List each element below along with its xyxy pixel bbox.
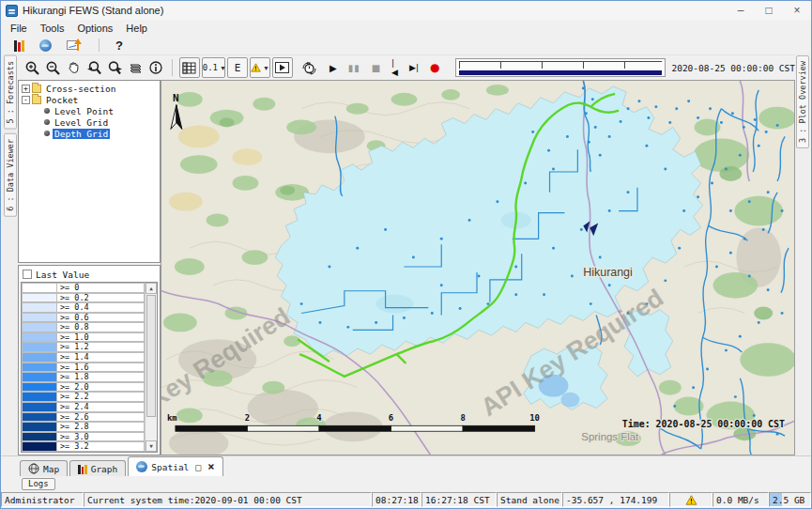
play-box-icon	[275, 62, 289, 73]
scroll-thumb[interactable]	[146, 295, 156, 417]
legend-row[interactable]: >= 1.8	[22, 372, 145, 382]
zoom-out-button[interactable]	[42, 57, 63, 78]
legend-row[interactable]: >= 2.8	[22, 422, 145, 432]
zoom-next-icon	[107, 60, 123, 76]
status-warning[interactable]	[669, 492, 712, 507]
legend-row[interactable]: >= 2.2	[22, 392, 145, 402]
zoom-in-button[interactable]	[22, 57, 42, 78]
legend-row[interactable]: >= 3.0	[22, 432, 145, 442]
step-back-button[interactable]: |◀	[391, 58, 398, 77]
tab-close-icon[interactable]: ×	[207, 460, 214, 473]
legend-row[interactable]: >= 3.2	[22, 441, 145, 452]
legend-threshold-label: >= 3.2	[57, 441, 145, 452]
logs-button[interactable]: Logs	[22, 478, 55, 490]
legend-row[interactable]: >= 0.2	[22, 293, 145, 303]
legend-row[interactable]: >= 2.4	[22, 402, 145, 412]
info-button[interactable]	[146, 57, 166, 78]
zoom-previous-button[interactable]	[84, 57, 104, 78]
tree-item[interactable]: - Pocket	[19, 94, 160, 105]
timeseries-button[interactable]	[59, 35, 89, 55]
menu-item[interactable]: File	[4, 22, 34, 35]
legend-scrollbar[interactable]: ▲ ▼	[145, 283, 157, 452]
scroll-down-icon[interactable]: ▼	[146, 440, 157, 452]
tree-item[interactable]: Depth Grid	[19, 128, 160, 139]
legend-row[interactable]: >= 2.6	[22, 412, 145, 423]
map-display-button[interactable]	[32, 35, 59, 55]
menu-item[interactable]: Tools	[34, 22, 71, 35]
animation-panel-button[interactable]	[272, 57, 293, 78]
pause-button[interactable]: ▮▮	[348, 63, 360, 73]
tree-expander[interactable]: -	[22, 96, 30, 104]
tree-item-label: Cross-section	[44, 84, 117, 94]
play-button[interactable]: ▶	[329, 63, 337, 73]
legend-color-swatch	[22, 302, 57, 313]
menu-item[interactable]: Options	[70, 22, 119, 35]
legend-color-swatch	[22, 372, 57, 382]
layers-button[interactable]	[125, 57, 146, 78]
animation-settings-button[interactable]	[299, 57, 320, 78]
minimize-button[interactable]: –	[727, 4, 755, 17]
legend-row[interactable]: >= 1.4	[22, 352, 145, 362]
side-panel-tab[interactable]: 5 : Forecasts	[4, 55, 17, 130]
legend-row[interactable]: >= 0.6	[22, 313, 145, 323]
legend-color-swatch	[22, 412, 57, 423]
warnings-dropdown[interactable]: ▼	[250, 57, 270, 78]
status-bar: Administrator Current system time:2020-0…	[1, 491, 811, 508]
pan-button[interactable]	[63, 57, 84, 78]
tree-item[interactable]: Level Point	[19, 105, 160, 116]
layers-icon	[128, 61, 144, 75]
help-button[interactable]: ?	[109, 35, 130, 55]
interval-dropdown[interactable]: 0.1 ▼	[202, 57, 225, 78]
tab-graph[interactable]: Graph	[69, 460, 126, 476]
legend-row[interactable]: >= 1.2	[22, 342, 145, 352]
side-panel-tab[interactable]: 6 : Data Viewer	[4, 133, 17, 217]
tab-spatial-label: Spatial	[151, 462, 189, 472]
legend-row[interactable]: >= 2.0	[22, 382, 145, 393]
last-value-label: Last Value	[36, 270, 89, 280]
scroll-up-icon[interactable]: ▲	[146, 283, 157, 294]
database-button[interactable]	[7, 35, 32, 55]
legend-row[interactable]: >= 1.0	[22, 332, 145, 343]
menu-bar: File Tools Options Help	[1, 20, 811, 36]
status-local-time: 16:27:18 CST	[421, 492, 497, 507]
map-view[interactable]: API Key Required API Key Required Hikura…	[161, 80, 795, 455]
event-mode-button[interactable]: E	[227, 57, 248, 78]
last-value-checkbox[interactable]	[23, 270, 32, 279]
tree-expander[interactable]: +	[22, 85, 30, 93]
tree-item[interactable]: Level Grid	[19, 116, 160, 128]
warning-icon	[685, 495, 697, 505]
legend-row[interactable]: >= 0.8	[22, 322, 145, 332]
menu-item[interactable]: Help	[119, 22, 154, 35]
record-button[interactable]: ●	[430, 61, 439, 74]
scale-tick-label: 8	[460, 413, 465, 423]
info-icon	[148, 60, 163, 75]
stop-button[interactable]: ■	[372, 63, 380, 73]
tab-map[interactable]: Map	[20, 460, 68, 476]
step-forward-button[interactable]: ▶|	[409, 63, 419, 72]
zoom-next-button[interactable]	[104, 57, 125, 78]
legend-row[interactable]: >= 0	[22, 283, 145, 293]
grid-display-button[interactable]	[179, 57, 200, 78]
legend-color-swatch	[22, 432, 57, 442]
close-button[interactable]: ×	[783, 4, 811, 17]
legend-row[interactable]: >= 1.6	[22, 362, 145, 373]
tab-spatial[interactable]: Spatial □ ×	[128, 456, 222, 476]
legend-row[interactable]: >= 0.4	[22, 302, 145, 313]
legend-threshold-label: >= 1.6	[57, 362, 145, 373]
tree-item-label: Depth Grid	[53, 129, 110, 139]
status-mode: Stand alone	[497, 492, 562, 507]
side-panel-tab[interactable]: 3 : Plot Overview	[796, 55, 809, 148]
legend-threshold-label: >= 2.2	[57, 392, 145, 402]
tab-maximize-icon[interactable]: □	[195, 462, 201, 472]
right-tab-strip: 3 : Plot Overview	[795, 54, 810, 455]
area-label: Springs Flat	[581, 431, 639, 442]
legend-threshold-label: >= 3.0	[57, 432, 145, 442]
tab-map-label: Map	[43, 464, 59, 474]
tree-item[interactable]: + Cross-section	[19, 83, 160, 94]
time-slider[interactable]	[455, 58, 666, 77]
svg-text:N: N	[173, 92, 179, 104]
scale-tick-label: 10	[529, 413, 540, 423]
map-canvas[interactable]: API Key Required API Key Required Hikura…	[161, 81, 794, 455]
maximize-button[interactable]: □	[755, 4, 783, 17]
tree-node-icon	[32, 96, 41, 104]
